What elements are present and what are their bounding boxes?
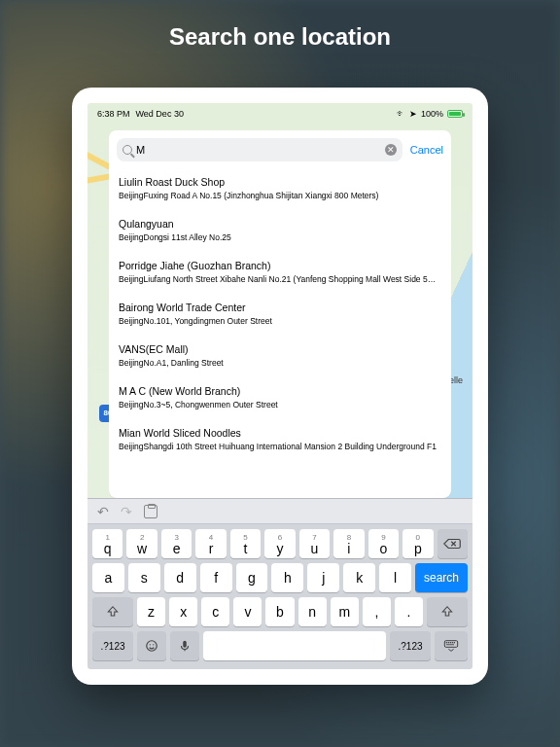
redo-button[interactable]: ↷ (121, 504, 132, 519)
search-key[interactable]: search (415, 563, 468, 592)
key-label: i (347, 542, 350, 555)
key-label: m (338, 605, 350, 619)
search-result-subtitle: BeijingDongsi 11st Alley No.25 (119, 232, 441, 242)
device-frame: 80 Rochelle 6:38 PM Wed Dec 30 ᯤ ➤ 100% … (72, 88, 488, 685)
hide-keyboard-key[interactable] (435, 631, 468, 660)
key-s[interactable]: s (128, 563, 160, 592)
key-label: q (104, 542, 112, 555)
key-,[interactable]: , (363, 597, 391, 626)
backspace-key[interactable] (438, 529, 468, 558)
battery-percent: 100% (421, 109, 443, 119)
search-result[interactable]: Porridge Jiahe (Guozhan Branch)BeijingLi… (119, 253, 441, 289)
onscreen-keyboard: ↶ ↷ 1q2w3e4r5t6y7u8i9o0p asdfghjklsearch… (88, 498, 472, 669)
search-icon (122, 145, 132, 155)
svg-rect-12 (450, 644, 451, 645)
key-label: x (180, 605, 187, 619)
key-f[interactable]: f (200, 563, 232, 592)
key-v[interactable]: v (233, 597, 262, 626)
key-r[interactable]: 4r (195, 529, 226, 558)
key-n[interactable]: n (298, 597, 327, 626)
svg-rect-10 (446, 644, 447, 645)
key-u[interactable]: 7u (299, 529, 330, 558)
key-e[interactable]: 3e (161, 529, 192, 558)
svg-point-2 (153, 644, 154, 645)
mode-key-right[interactable]: .?123 (390, 631, 431, 660)
search-result[interactable]: Bairong World Trade CenterBeijingNo.101,… (119, 295, 441, 331)
search-result[interactable]: VANS(EC Mall)BeijingNo.A1, Danling Stree… (119, 337, 441, 373)
key-label: h (284, 571, 292, 585)
svg-point-1 (150, 644, 151, 645)
search-result-subtitle: BeijingShangdi 10th Street Huihuang Inte… (119, 442, 441, 451)
key-label: , (374, 605, 378, 619)
svg-rect-9 (454, 642, 455, 643)
device-screen: 80 Rochelle 6:38 PM Wed Dec 30 ᯤ ➤ 100% … (88, 103, 472, 669)
battery-icon (447, 110, 463, 118)
svg-rect-6 (448, 642, 449, 643)
svg-rect-8 (452, 642, 453, 643)
key-j[interactable]: j (307, 563, 339, 592)
key-l[interactable]: l (379, 563, 411, 592)
key-label: g (248, 571, 256, 585)
search-result-subtitle: BeijingNo.101, Yongdingmen Outer Street (119, 316, 441, 326)
search-results-list[interactable]: Liulin Roast Duck ShopBeijingFuxing Road… (109, 169, 451, 498)
cancel-button[interactable]: Cancel (410, 144, 443, 156)
key-o[interactable]: 9o (368, 529, 399, 558)
shift-key[interactable] (427, 597, 468, 626)
key-label: z (148, 605, 155, 619)
backspace-icon (443, 538, 461, 550)
key-h[interactable]: h (271, 563, 303, 592)
keyboard-row-4: .?123 .?123 (92, 631, 468, 660)
keyboard-row-3: zxcvbnm,. (92, 597, 468, 626)
search-result[interactable]: Liulin Roast Duck ShopBeijingFuxing Road… (119, 169, 441, 205)
search-input[interactable] (136, 144, 381, 156)
space-key[interactable] (203, 631, 386, 660)
key-b[interactable]: b (265, 597, 294, 626)
search-result[interactable]: M A C (New World Branch)BeijingNo.3~5, C… (119, 378, 441, 414)
key-label: k (356, 571, 363, 585)
key-w[interactable]: 2w (126, 529, 157, 558)
key-t[interactable]: 5t (230, 529, 261, 558)
search-result[interactable]: Mian World Sliced NoodlesBeijingShangdi … (119, 420, 441, 456)
undo-button[interactable]: ↶ (97, 504, 109, 519)
shift-key[interactable] (92, 597, 133, 626)
key-label: l (394, 571, 397, 585)
wifi-icon: ᯤ (397, 109, 405, 119)
search-result-subtitle: BeijingFuxing Road A No.15 (Jinzhonghua … (119, 191, 441, 200)
key-label: j (322, 571, 325, 585)
clipboard-icon[interactable] (144, 505, 158, 518)
key-k[interactable]: k (343, 563, 375, 592)
search-result-title: Bairong World Trade Center (119, 302, 441, 313)
search-result[interactable]: QulangyuanBeijingDongsi 11st Alley No.25 (119, 211, 441, 247)
svg-rect-7 (450, 642, 451, 643)
key-m[interactable]: m (331, 597, 359, 626)
key-label: d (176, 571, 184, 585)
key-.[interactable]: . (395, 597, 423, 626)
search-result-title: Mian World Sliced Noodles (119, 427, 441, 439)
key-p[interactable]: 0p (402, 529, 433, 558)
key-i[interactable]: 8i (333, 529, 364, 558)
key-c[interactable]: c (201, 597, 229, 626)
key-d[interactable]: d (164, 563, 196, 592)
search-field[interactable]: ✕ (117, 138, 402, 161)
key-label: a (105, 571, 113, 585)
status-date: Wed Dec 30 (136, 109, 184, 119)
keyboard-row-1: 1q2w3e4r5t6y7u8i9o0p (92, 529, 468, 558)
mode-key[interactable]: .?123 (92, 631, 133, 660)
key-a[interactable]: a (92, 563, 124, 592)
dictation-key[interactable] (170, 631, 199, 660)
keyboard-toolbar: ↶ ↷ (88, 499, 472, 524)
key-label: e (173, 542, 181, 555)
key-label: y (276, 542, 283, 555)
search-result-title: M A C (New World Branch) (119, 385, 441, 397)
key-q[interactable]: 1q (92, 529, 122, 558)
search-row: ✕ Cancel (109, 130, 451, 169)
location-icon: ➤ (409, 109, 417, 119)
key-x[interactable]: x (169, 597, 197, 626)
search-result-title: Liulin Roast Duck Shop (119, 176, 441, 188)
status-time: 6:38 PM (97, 109, 130, 119)
key-y[interactable]: 6y (264, 529, 295, 558)
emoji-key[interactable] (137, 631, 166, 660)
clear-search-button[interactable]: ✕ (385, 144, 397, 156)
key-g[interactable]: g (236, 563, 268, 592)
key-z[interactable]: z (137, 597, 165, 626)
